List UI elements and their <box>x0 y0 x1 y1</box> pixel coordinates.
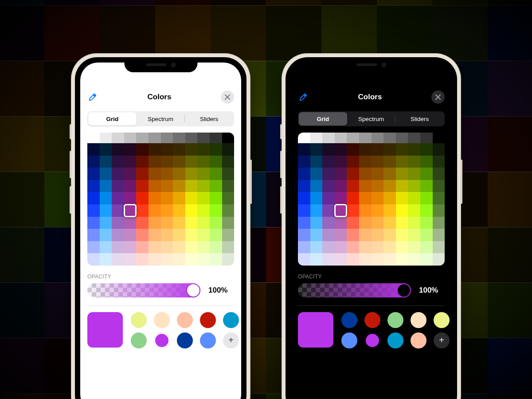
swatch[interactable] <box>154 332 170 348</box>
grid-cell[interactable] <box>359 229 372 241</box>
grid-cell[interactable] <box>136 143 149 156</box>
grid-cell[interactable] <box>298 133 310 143</box>
grid-cell[interactable] <box>197 253 210 266</box>
grid-cell[interactable] <box>161 229 173 241</box>
grid-cell[interactable] <box>433 253 445 266</box>
grid-cell[interactable] <box>372 229 384 241</box>
grid-cell[interactable] <box>197 180 210 192</box>
swatch[interactable] <box>387 332 403 348</box>
eyedropper-icon[interactable] <box>87 92 98 102</box>
swatch[interactable] <box>177 332 193 348</box>
grid-cell[interactable] <box>433 192 445 204</box>
grid-cell[interactable] <box>372 133 384 143</box>
grid-cell[interactable] <box>310 192 323 204</box>
grid-cell[interactable] <box>359 156 372 168</box>
grid-cell[interactable] <box>87 180 100 192</box>
grid-cell[interactable] <box>112 180 124 192</box>
grid-cell[interactable] <box>347 168 359 180</box>
grid-cell[interactable] <box>420 253 433 266</box>
grid-cell[interactable] <box>100 204 112 217</box>
grid-cell[interactable] <box>173 192 185 204</box>
grid-cell[interactable] <box>185 229 198 241</box>
grid-cell[interactable] <box>310 204 323 217</box>
grid-cell[interactable] <box>298 168 310 180</box>
grid-cell[interactable] <box>383 253 396 266</box>
swatch[interactable] <box>364 332 380 348</box>
grid-cell[interactable] <box>335 253 347 266</box>
grid-cell[interactable] <box>87 204 100 217</box>
grid-cell[interactable] <box>420 143 433 156</box>
grid-cell[interactable] <box>310 168 323 180</box>
grid-cell[interactable] <box>383 229 396 241</box>
grid-cell[interactable] <box>222 204 234 217</box>
grid-cell[interactable] <box>322 253 335 266</box>
grid-cell[interactable] <box>149 156 161 168</box>
grid-cell[interactable] <box>87 217 100 229</box>
grid-cell[interactable] <box>347 204 359 217</box>
grid-cell[interactable] <box>185 253 198 266</box>
grid-cell[interactable] <box>222 156 234 168</box>
grid-cell[interactable] <box>322 204 335 217</box>
grid-cell[interactable] <box>222 192 234 204</box>
grid-cell[interactable] <box>420 241 433 254</box>
grid-cell[interactable] <box>383 217 396 229</box>
grid-cell[interactable] <box>322 156 335 168</box>
swatch[interactable] <box>364 312 380 328</box>
grid-cell[interactable] <box>100 253 112 266</box>
grid-cell[interactable] <box>372 156 384 168</box>
grid-cell[interactable] <box>310 229 323 241</box>
grid-cell[interactable] <box>210 204 222 217</box>
grid-cell[interactable] <box>396 204 408 217</box>
grid-cell[interactable] <box>335 133 347 143</box>
grid-cell[interactable] <box>222 217 234 229</box>
grid-cell[interactable] <box>420 192 433 204</box>
grid-cell[interactable] <box>298 143 310 156</box>
grid-cell[interactable] <box>124 168 137 180</box>
grid-cell[interactable] <box>420 204 433 217</box>
grid-cell[interactable] <box>347 217 359 229</box>
grid-cell[interactable] <box>322 180 335 192</box>
grid-cell[interactable] <box>161 156 173 168</box>
grid-cell[interactable] <box>87 156 100 168</box>
swatch[interactable] <box>200 332 216 348</box>
tab-sliders[interactable]: Sliders <box>185 112 233 125</box>
opacity-slider[interactable] <box>87 283 200 297</box>
grid-cell[interactable] <box>100 229 112 241</box>
grid-cell[interactable] <box>149 133 161 143</box>
grid-cell[interactable] <box>136 156 149 168</box>
grid-cell[interactable] <box>359 217 372 229</box>
tab-grid[interactable]: Grid <box>88 112 137 125</box>
grid-cell[interactable] <box>87 192 100 204</box>
swatch[interactable] <box>341 332 357 348</box>
grid-cell[interactable] <box>335 241 347 254</box>
swatch[interactable] <box>177 312 193 328</box>
grid-cell[interactable] <box>87 143 100 156</box>
grid-cell[interactable] <box>112 192 124 204</box>
grid-cell[interactable] <box>396 133 408 143</box>
grid-cell[interactable] <box>87 253 100 266</box>
grid-cell[interactable] <box>161 192 173 204</box>
grid-cell[interactable] <box>383 192 396 204</box>
grid-cell[interactable] <box>359 253 372 266</box>
grid-cell[interactable] <box>396 168 408 180</box>
grid-cell[interactable] <box>136 253 149 266</box>
grid-cell[interactable] <box>433 156 445 168</box>
grid-cell[interactable] <box>197 156 210 168</box>
grid-cell[interactable] <box>185 156 198 168</box>
grid-cell[interactable] <box>149 180 161 192</box>
grid-cell[interactable] <box>383 241 396 254</box>
grid-cell[interactable] <box>372 192 384 204</box>
grid-cell[interactable] <box>161 204 173 217</box>
grid-cell[interactable] <box>136 133 149 143</box>
grid-cell[interactable] <box>124 143 137 156</box>
grid-cell[interactable] <box>359 143 372 156</box>
grid-cell[interactable] <box>100 192 112 204</box>
eyedropper-icon[interactable] <box>298 92 309 102</box>
grid-cell[interactable] <box>149 253 161 266</box>
add-swatch-button[interactable]: + <box>434 332 450 348</box>
grid-cell[interactable] <box>322 229 335 241</box>
grid-cell[interactable] <box>210 241 222 254</box>
grid-cell[interactable] <box>383 133 396 143</box>
grid-cell[interactable] <box>372 204 384 217</box>
swatch[interactable] <box>411 312 426 328</box>
